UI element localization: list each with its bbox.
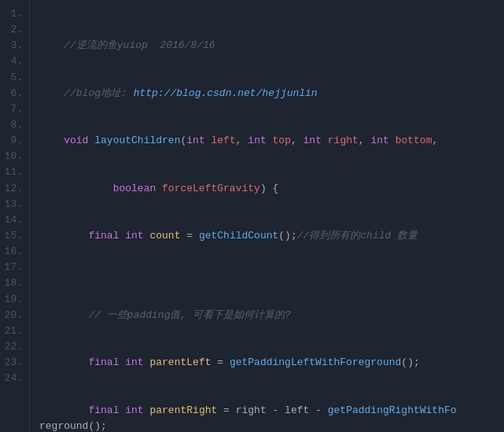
code-line-1: //逆流的鱼yuiop 2016/8/16 <box>39 38 504 54</box>
line-numbers: 1. 2. 3. 4. 5. 6. 7. 8. 9. 10. 11. 12. 1… <box>0 0 30 432</box>
line-num-5: 5. <box>0 70 29 86</box>
line-num-2: 2. <box>0 22 29 38</box>
line-num-24: 24. <box>0 371 29 386</box>
line-num-4: 4. <box>0 54 29 69</box>
line-num-12: 12. <box>0 181 29 197</box>
code-line-3: void layoutChildren(int left, int top, i… <box>39 133 504 149</box>
line-num-3: 3. <box>0 38 29 54</box>
code-content: //逆流的鱼yuiop 2016/8/16 //blog地址: http://b… <box>30 0 504 432</box>
line-num-6: 6. <box>0 86 29 102</box>
line-num-19: 19. <box>0 292 29 308</box>
code-line-4: boolean forceLeftGravity) { <box>39 181 504 197</box>
code-line-5: final int count = getChildCount();//得到所有… <box>39 228 504 244</box>
line-num-17: 17. <box>0 260 29 275</box>
code-line-2: //blog地址: http://blog.csdn.net/hejjunlin <box>39 86 504 102</box>
line-num-23: 23. <box>0 355 29 371</box>
line-num-13: 13. <box>0 197 29 212</box>
line-num-11: 11. <box>0 164 29 180</box>
line-num-20: 20. <box>0 308 29 323</box>
line-num-1: 1. <box>0 6 29 22</box>
code-line-7: // 一些padding值, 可看下是如何计算的? <box>39 308 504 323</box>
line-num-10: 10. <box>0 149 29 164</box>
code-editor: 1. 2. 3. 4. 5. 6. 7. 8. 9. 10. 11. 12. 1… <box>0 0 504 432</box>
line-num-18: 18. <box>0 275 29 291</box>
line-num-16: 16. <box>0 244 29 260</box>
line-num-15: 15. <box>0 228 29 244</box>
code-line-9: final int parentRight = right - left - g… <box>39 403 504 432</box>
code-line-8: final int parentLeft = getPaddingLeftWit… <box>39 355 504 371</box>
line-num-9: 9. <box>0 133 29 149</box>
line-num-7: 7. <box>0 102 29 117</box>
line-num-22: 22. <box>0 339 29 355</box>
line-num-14: 14. <box>0 212 29 228</box>
line-num-8: 8. <box>0 117 29 133</box>
line-num-21: 21. <box>0 323 29 339</box>
